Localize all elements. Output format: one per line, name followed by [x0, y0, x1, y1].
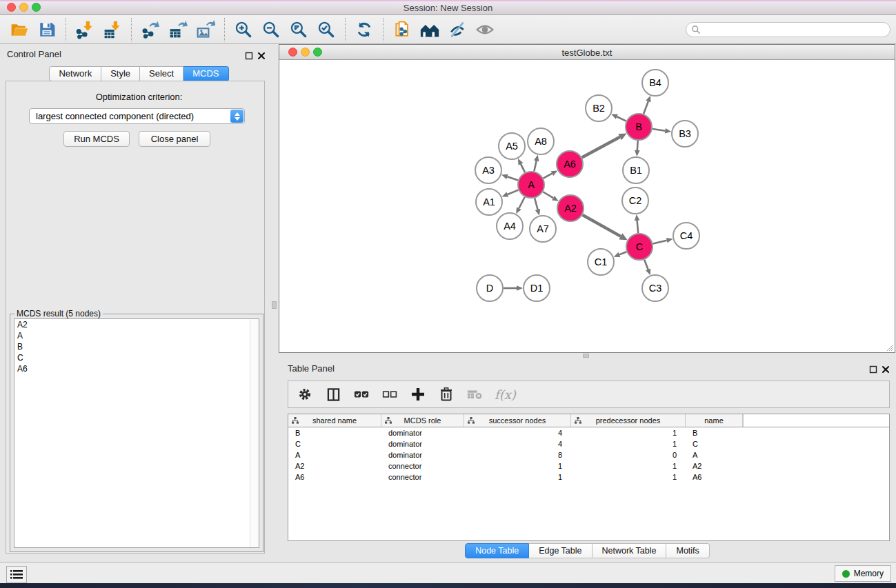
zoom-fit-icon[interactable]: [287, 18, 310, 41]
column-header[interactable]: successor nodes: [464, 414, 571, 427]
export-image-icon[interactable]: [194, 18, 217, 41]
table-row[interactable]: Adominator80A: [288, 449, 889, 460]
table-cell[interactable]: 4: [464, 429, 571, 437]
resize-grip-icon[interactable]: [885, 343, 894, 352]
network-canvas[interactable]: AA1A2A3A4A5A6A7A8BB1B2B3B4CC1C2C3C4DD1: [279, 60, 895, 352]
float-panel-icon[interactable]: [869, 364, 878, 373]
zoom-selected-icon[interactable]: [315, 18, 338, 41]
tab-select[interactable]: Select: [140, 66, 183, 81]
edge-A-A4[interactable]: [519, 197, 525, 208]
edge-A-A1[interactable]: [508, 190, 519, 194]
table-cell[interactable]: B: [288, 429, 381, 437]
mcds-result-item[interactable]: B: [14, 341, 259, 352]
column-header[interactable]: predecessor nodes: [571, 414, 686, 427]
close-panel-icon[interactable]: [257, 50, 266, 59]
mcds-result-list[interactable]: A2ABCA6: [14, 318, 259, 548]
table-cell[interactable]: dominator: [381, 451, 464, 459]
column-header[interactable]: shared name: [288, 414, 381, 427]
table-cell[interactable]: connector: [381, 473, 464, 481]
table-cell[interactable]: 0: [571, 451, 686, 459]
edge-C-C4[interactable]: [653, 241, 666, 244]
network-window-titlebar[interactable]: testGlobe.txt: [279, 45, 895, 60]
table-cell[interactable]: 1: [571, 429, 686, 437]
close-panel-button[interactable]: Close panel: [139, 131, 210, 147]
new-network-from-selection-icon[interactable]: [390, 18, 414, 41]
column-header[interactable]: MCDS role: [381, 414, 464, 427]
table-cell[interactable]: connector: [381, 462, 464, 470]
criterion-dropdown[interactable]: largest connected component (directed): [29, 108, 245, 124]
edge-B-B2[interactable]: [617, 116, 626, 121]
table-cell[interactable]: 1: [571, 473, 686, 481]
table-row[interactable]: Cdominator41C: [288, 438, 889, 449]
edge-A-A3[interactable]: [507, 176, 518, 180]
table-cell[interactable]: C: [288, 440, 381, 448]
table-row[interactable]: A2connector11A2: [288, 460, 889, 472]
tab-mcds[interactable]: MCDS: [183, 66, 228, 81]
edge-B-B3[interactable]: [653, 129, 666, 131]
table-row[interactable]: A6connector11A6: [288, 472, 889, 483]
table-cell[interactable]: C: [686, 440, 743, 448]
zoom-out-icon[interactable]: [259, 18, 283, 41]
tab-style[interactable]: Style: [101, 66, 140, 81]
table-cell[interactable]: 1: [464, 473, 571, 481]
show-columns-icon[interactable]: [325, 386, 341, 403]
mcds-result-item[interactable]: C: [14, 352, 259, 363]
table-cell[interactable]: 1: [571, 462, 686, 470]
function-builder-icon[interactable]: f(x): [495, 387, 516, 402]
select-all-rows-icon[interactable]: [353, 386, 370, 403]
run-mcds-button[interactable]: Run MCDS: [63, 131, 130, 147]
task-history-button[interactable]: [6, 566, 27, 583]
open-session-icon[interactable]: [8, 18, 31, 41]
deselect-all-rows-icon[interactable]: [381, 386, 398, 403]
table-cell[interactable]: A2: [288, 462, 381, 470]
search-input[interactable]: [701, 25, 890, 34]
table-cell[interactable]: dominator: [381, 429, 464, 437]
table-cell[interactable]: 8: [464, 451, 571, 459]
tab-edge-table[interactable]: Edge Table: [529, 543, 592, 558]
hide-graphics-details-icon[interactable]: [446, 18, 469, 41]
float-panel-icon[interactable]: [245, 50, 254, 59]
table-cell[interactable]: A6: [686, 473, 743, 481]
scrollbar-track[interactable]: [250, 319, 259, 547]
save-session-icon[interactable]: [35, 18, 59, 41]
mcds-result-item[interactable]: A: [14, 330, 259, 341]
table-cell[interactable]: B: [686, 429, 743, 437]
split-divider-handle[interactable]: [272, 301, 277, 309]
edge-A-A8[interactable]: [534, 161, 536, 171]
table-cell[interactable]: A: [288, 451, 381, 459]
refresh-icon[interactable]: [352, 18, 376, 41]
tab-network-table[interactable]: Network Table: [593, 543, 667, 558]
import-table-icon[interactable]: [101, 18, 124, 41]
column-settings-gear-icon[interactable]: [297, 386, 313, 403]
edge-A-A7[interactable]: [535, 198, 537, 210]
edge-C-C2[interactable]: [637, 221, 639, 233]
add-column-icon[interactable]: [410, 386, 426, 403]
edge-A-A5[interactable]: [521, 164, 525, 172]
search-field[interactable]: [686, 22, 890, 37]
edge-C-C1[interactable]: [619, 252, 626, 254]
first-neighbors-icon[interactable]: [418, 18, 441, 41]
table-cell[interactable]: 1: [571, 440, 686, 448]
edge-A6-B[interactable]: [582, 137, 620, 158]
mcds-result-item[interactable]: A6: [14, 363, 259, 374]
table-cell[interactable]: A2: [686, 462, 743, 470]
export-table-icon[interactable]: [166, 18, 190, 41]
mcds-result-item[interactable]: A2: [14, 319, 259, 330]
edge-A-A6[interactable]: [544, 174, 552, 179]
export-network-icon[interactable]: [139, 18, 162, 41]
table-cell[interactable]: 4: [464, 440, 571, 448]
delete-columns-icon[interactable]: [438, 386, 455, 403]
memory-button[interactable]: Memory: [835, 565, 891, 582]
show-graphics-details-icon[interactable]: [473, 18, 497, 41]
table-cell[interactable]: A6: [288, 473, 381, 481]
edge-C-C3[interactable]: [644, 260, 648, 270]
table-cell[interactable]: dominator: [381, 440, 464, 448]
table-row[interactable]: Bdominator41B: [288, 427, 889, 438]
edge-A2-C[interactable]: [582, 215, 621, 236]
tab-motifs[interactable]: Motifs: [666, 543, 709, 558]
edge-B-B1[interactable]: [637, 141, 638, 150]
table-cell[interactable]: A: [686, 451, 743, 459]
close-panel-icon[interactable]: [882, 364, 890, 373]
delete-table-icon[interactable]: [466, 386, 483, 403]
tab-node-table[interactable]: Node Table: [465, 543, 529, 558]
